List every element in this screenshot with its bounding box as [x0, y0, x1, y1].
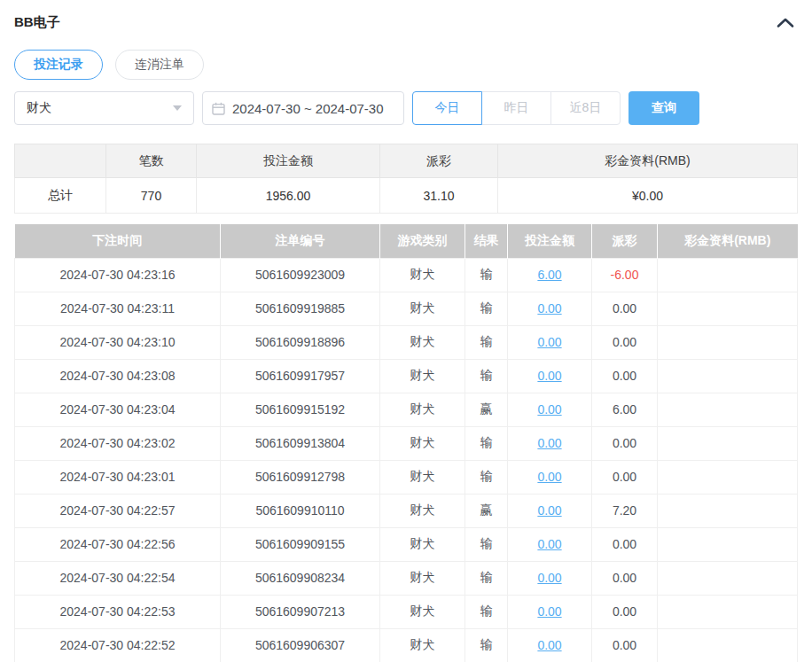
game-type-cell: 财犬 — [380, 292, 465, 325]
order-id-cell: 5061609908234 — [221, 561, 380, 595]
summary-header-empty — [15, 144, 106, 178]
bet-amount-cell: 0.00 — [508, 359, 592, 393]
search-button[interactable]: 查询 — [629, 91, 699, 125]
bet-amount-link[interactable]: 0.00 — [537, 571, 561, 585]
bet-time-cell: 2024-07-30 04:22:56 — [15, 527, 221, 561]
bet-amount-link[interactable]: 0.00 — [537, 402, 561, 417]
game-type-cell: 财犬 — [380, 325, 465, 359]
order-id-cell: 5061609917957 — [221, 359, 380, 393]
bonus-cell — [658, 527, 798, 561]
bet-amount-link[interactable]: 0.00 — [537, 638, 561, 652]
detail-header-bonus: 彩金资料(RMB) — [658, 224, 798, 258]
detail-header-bet-time: 下注时间 — [15, 224, 221, 258]
payout-cell: 0.00 — [592, 359, 658, 393]
bet-amount-link[interactable]: 0.00 — [537, 470, 561, 484]
table-row: 2024-07-30 04:22:535061609907213财犬输0.000… — [15, 595, 798, 628]
collapse-button[interactable] — [773, 15, 798, 30]
bet-amount-link[interactable]: 0.00 — [537, 503, 561, 518]
game-type-cell: 财犬 — [380, 393, 465, 426]
bet-amount-link[interactable]: 0.00 — [537, 369, 561, 383]
bonus-cell — [658, 628, 798, 662]
chevron-up-icon — [777, 18, 794, 31]
detail-header-payout: 派彩 — [592, 224, 658, 258]
bet-amount-link[interactable]: 0.00 — [537, 436, 561, 450]
bet-amount-cell: 0.00 — [508, 628, 592, 662]
game-type-cell: 财犬 — [380, 494, 465, 527]
table-row: 2024-07-30 04:23:025061609913804财犬输0.000… — [15, 426, 798, 460]
game-select[interactable]: 财犬 — [14, 91, 194, 125]
payout-cell: 7.20 — [592, 494, 658, 527]
bet-time-cell: 2024-07-30 04:22:53 — [15, 595, 221, 628]
table-row: 2024-07-30 04:22:545061609908234财犬输0.000… — [15, 561, 798, 595]
bet-amount-cell: 0.00 — [508, 460, 592, 494]
bet-time-cell: 2024-07-30 04:23:16 — [15, 258, 221, 292]
bonus-cell — [658, 325, 798, 359]
payout-cell: 6.00 — [592, 393, 658, 426]
bonus-cell — [658, 292, 798, 325]
filter-bar: 财犬 2024-07-30 ~ 2024-07-30 今日 昨日 近8日 查询 — [14, 91, 798, 125]
quick-range-yesterday-button[interactable]: 昨日 — [481, 91, 551, 125]
bet-amount-link[interactable]: 0.00 — [537, 537, 561, 551]
tab-cancelled-orders[interactable]: 连消注单 — [115, 50, 204, 80]
tab-bet-records[interactable]: 投注记录 — [14, 50, 103, 80]
detail-header-order-id: 注单编号 — [221, 224, 380, 258]
result-cell: 输 — [465, 595, 508, 628]
order-id-cell: 5061609918896 — [221, 325, 380, 359]
quick-range-8days-button[interactable]: 近8日 — [550, 91, 621, 125]
total-bet-amount: 1956.00 — [197, 178, 380, 214]
bet-amount-link[interactable]: 0.00 — [537, 301, 561, 315]
order-id-cell: 5061609909155 — [221, 527, 380, 561]
result-cell: 输 — [465, 561, 508, 595]
result-cell: 输 — [465, 258, 508, 292]
payout-cell: 0.00 — [592, 527, 658, 561]
payout-cell: -6.00 — [592, 258, 658, 292]
bonus-cell — [658, 258, 798, 292]
detail-table: 下注时间 注单编号 游戏类别 结果 投注金额 派彩 彩金资料(RMB) 2024… — [14, 224, 798, 662]
bonus-cell — [658, 359, 798, 393]
bet-time-cell: 2024-07-30 04:22:57 — [15, 494, 221, 527]
bonus-cell — [658, 595, 798, 628]
bet-amount-cell: 0.00 — [508, 595, 592, 628]
bet-amount-link[interactable]: 0.00 — [537, 335, 561, 349]
result-cell: 输 — [465, 359, 508, 393]
summary-table: 笔数 投注金额 派彩 彩金资料(RMB) 总计 770 1956.00 31.1… — [14, 144, 798, 214]
table-row: 2024-07-30 04:22:575061609910110财犬赢0.007… — [15, 494, 798, 527]
table-row: 2024-07-30 04:23:105061609918896财犬输0.000… — [15, 325, 798, 359]
order-id-cell: 5061609906307 — [221, 628, 380, 662]
bet-amount-cell: 0.00 — [508, 426, 592, 460]
quick-range-today-button[interactable]: 今日 — [412, 91, 482, 125]
detail-header-result: 结果 — [465, 224, 508, 258]
payout-cell: 0.00 — [592, 426, 658, 460]
table-row: 2024-07-30 04:23:165061609923009财犬输6.00-… — [15, 258, 798, 292]
order-id-cell: 5061609923009 — [221, 258, 380, 292]
summary-header-bet-amount: 投注金额 — [197, 144, 380, 178]
order-id-cell: 5061609913804 — [221, 426, 380, 460]
order-id-cell: 5061609910110 — [221, 494, 380, 527]
payout-cell: 0.00 — [592, 460, 658, 494]
result-cell: 输 — [465, 426, 508, 460]
bonus-cell — [658, 393, 798, 426]
bet-time-cell: 2024-07-30 04:23:08 — [15, 359, 221, 393]
summary-header-payout: 派彩 — [380, 144, 498, 178]
bet-amount-cell: 0.00 — [508, 292, 592, 325]
date-range-input[interactable]: 2024-07-30 ~ 2024-07-30 — [202, 91, 404, 125]
table-row: 2024-07-30 04:22:525061609906307财犬输0.000… — [15, 628, 798, 662]
game-type-cell: 财犬 — [380, 258, 465, 292]
result-cell: 输 — [465, 628, 508, 662]
order-id-cell: 5061609907213 — [221, 595, 380, 628]
result-cell: 赢 — [465, 393, 508, 426]
bet-time-cell: 2024-07-30 04:22:52 — [15, 628, 221, 662]
result-cell: 赢 — [465, 494, 508, 527]
game-type-cell: 财犬 — [380, 527, 465, 561]
detail-header-row: 下注时间 注单编号 游戏类别 结果 投注金额 派彩 彩金资料(RMB) — [15, 224, 798, 258]
bet-amount-cell: 0.00 — [508, 393, 592, 426]
bonus-cell — [658, 426, 798, 460]
game-type-cell: 财犬 — [380, 595, 465, 628]
table-row: 2024-07-30 04:23:085061609917957财犬输0.000… — [15, 359, 798, 393]
order-id-cell: 5061609919885 — [221, 292, 380, 325]
panel-header: BB电子 — [14, 0, 798, 33]
result-cell: 输 — [465, 325, 508, 359]
summary-header-count: 笔数 — [106, 144, 197, 178]
bet-amount-link[interactable]: 0.00 — [537, 604, 561, 619]
bet-amount-link[interactable]: 6.00 — [537, 268, 561, 282]
